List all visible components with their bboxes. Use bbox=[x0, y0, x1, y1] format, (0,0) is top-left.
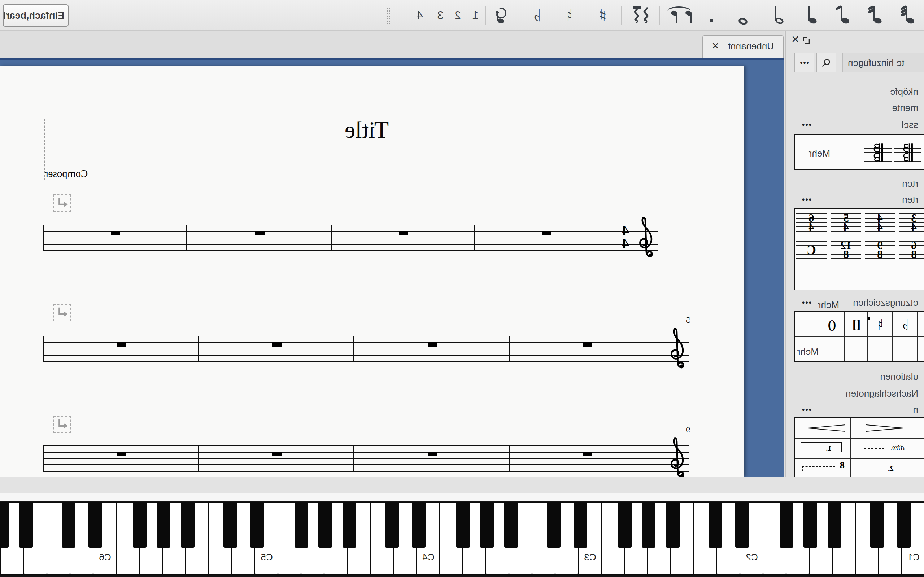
voice-2-button[interactable]: 2 bbox=[447, 4, 468, 27]
whole-rest[interactable] bbox=[583, 342, 592, 347]
whole-rest[interactable] bbox=[583, 452, 592, 456]
palette-row-key-signatures[interactable]: rten bbox=[902, 178, 918, 190]
whole-rest[interactable] bbox=[428, 342, 437, 347]
tenor-clef-icon[interactable] bbox=[873, 142, 884, 163]
black-key[interactable] bbox=[618, 502, 632, 548]
black-key[interactable] bbox=[133, 502, 147, 548]
black-key[interactable] bbox=[342, 502, 356, 548]
whole-rest[interactable] bbox=[542, 231, 551, 235]
flip-direction-icon[interactable] bbox=[492, 4, 512, 27]
palette-menu-button[interactable]: ••• bbox=[795, 53, 814, 73]
timesig-cell-5-4[interactable]: 54 bbox=[836, 213, 856, 232]
black-key[interactable] bbox=[385, 502, 399, 548]
accidental-cell-1[interactable]: ♮ bbox=[869, 315, 891, 334]
palette-row-time-signatures[interactable]: rten bbox=[902, 194, 918, 206]
score-title[interactable]: Title bbox=[44, 116, 690, 143]
black-key[interactable] bbox=[412, 502, 426, 548]
black-key[interactable] bbox=[828, 502, 842, 548]
black-key[interactable] bbox=[223, 502, 237, 548]
palette-row-lines-menu-button[interactable]: ••• bbox=[795, 405, 811, 416]
black-key[interactable] bbox=[250, 502, 264, 548]
black-key[interactable] bbox=[294, 502, 308, 548]
accidental-cell-2[interactable]: [] bbox=[846, 315, 867, 334]
tab-close-icon[interactable]: × bbox=[712, 39, 719, 53]
toolbar-drag-handle[interactable] bbox=[386, 7, 391, 24]
timesig-more-button[interactable]: Mehr bbox=[818, 299, 839, 311]
timesig-cell-12-8[interactable]: 128 bbox=[836, 241, 856, 259]
voice-1-button[interactable]: 1 bbox=[465, 4, 485, 27]
black-key[interactable] bbox=[870, 502, 884, 548]
workspace-button[interactable]: Einfach,bearbei bbox=[3, 4, 69, 27]
black-key[interactable] bbox=[157, 502, 170, 548]
note-half-icon[interactable] bbox=[765, 4, 785, 27]
timesig-cell-3-4[interactable]: 34 bbox=[904, 213, 924, 232]
accidental-cell-3[interactable]: () bbox=[821, 315, 843, 334]
seconda-volta-cell[interactable]: 2. bbox=[859, 463, 900, 471]
accidentals-more-button[interactable]: Mehr bbox=[797, 346, 819, 357]
palette-row-time-signatures-menu-button[interactable]: ••• bbox=[795, 195, 811, 206]
black-key[interactable] bbox=[803, 502, 817, 548]
clefs-more-button[interactable]: Mehr bbox=[809, 148, 830, 159]
tie-icon[interactable] bbox=[662, 4, 695, 27]
system-break-icon[interactable] bbox=[53, 416, 71, 433]
timesig-cell-4-4[interactable]: 44 bbox=[870, 213, 890, 232]
black-key[interactable] bbox=[456, 502, 470, 548]
black-key[interactable] bbox=[735, 502, 749, 548]
palette-row-clefs[interactable]: ssel bbox=[901, 119, 918, 131]
decrescendo-hairpin-cell[interactable] bbox=[807, 424, 847, 432]
black-key[interactable] bbox=[318, 502, 332, 548]
whole-rest[interactable] bbox=[272, 452, 281, 456]
palette-row-accidentals-menu-button[interactable]: ••• bbox=[795, 298, 811, 309]
natural-icon[interactable]: ♮ bbox=[559, 4, 580, 27]
whole-rest[interactable] bbox=[117, 342, 126, 347]
palette-row-grace-notes[interactable]: Nachschlagnoten bbox=[846, 388, 918, 400]
timesig-cell-6-8[interactable]: 68 bbox=[904, 241, 924, 259]
timesig-cell-6-4[interactable]: 64 bbox=[801, 213, 822, 232]
whole-rest[interactable] bbox=[428, 452, 437, 456]
black-key[interactable] bbox=[709, 502, 722, 548]
whole-rest[interactable] bbox=[117, 452, 126, 456]
whole-rest[interactable] bbox=[255, 231, 265, 235]
piano-panel-header[interactable] bbox=[0, 477, 924, 493]
augmentation-dot-icon[interactable] bbox=[702, 4, 722, 27]
black-key[interactable] bbox=[181, 502, 195, 548]
whole-rest[interactable] bbox=[272, 342, 281, 347]
treble-clef[interactable] bbox=[637, 215, 656, 261]
black-key[interactable] bbox=[547, 502, 561, 548]
black-key[interactable] bbox=[504, 502, 518, 548]
note-whole-icon[interactable] bbox=[732, 4, 753, 27]
palette-search-button[interactable] bbox=[816, 53, 836, 73]
timesig-cell-9-8[interactable]: 98 bbox=[870, 241, 890, 259]
accidental-cell-0[interactable]: ♭ bbox=[894, 315, 916, 334]
score-composer[interactable]: Composer bbox=[45, 168, 167, 180]
add-palettes-button[interactable]: te hinzufügen bbox=[842, 53, 924, 73]
voice-4-button[interactable]: 4 bbox=[410, 4, 430, 27]
black-key[interactable] bbox=[780, 502, 793, 548]
black-key[interactable] bbox=[89, 502, 102, 548]
diminuendo-line-cell[interactable]: dim. bbox=[854, 443, 905, 453]
palette-row-ornaments[interactable]: mente bbox=[892, 102, 918, 114]
black-key[interactable] bbox=[897, 502, 911, 548]
palette-row-articulations[interactable]: ulationen bbox=[880, 371, 918, 383]
palette-row-clefs-menu-button[interactable]: ••• bbox=[795, 121, 811, 131]
timesig-cell-C[interactable]: C bbox=[801, 241, 822, 259]
undock-panel-icon[interactable] bbox=[802, 36, 811, 45]
voice-3-button[interactable]: 3 bbox=[430, 4, 451, 27]
crescendo-hairpin-cell[interactable] bbox=[865, 424, 905, 432]
whole-rest[interactable] bbox=[399, 231, 408, 235]
note-16th-icon[interactable] bbox=[863, 4, 884, 27]
note-64th-icon[interactable] bbox=[921, 4, 924, 27]
ottava-line-cell[interactable]: 8 bbox=[798, 460, 845, 472]
note-32nd-icon[interactable] bbox=[896, 4, 916, 27]
palette-row-noteheads[interactable]: nköpfe bbox=[890, 86, 918, 98]
tab-unbenannt[interactable]: Unbenannt × bbox=[702, 35, 784, 58]
black-key[interactable] bbox=[62, 502, 76, 548]
black-key[interactable] bbox=[0, 502, 9, 548]
note-quarter-icon[interactable] bbox=[798, 4, 819, 27]
whole-rest[interactable] bbox=[111, 231, 120, 235]
rest-icon[interactable] bbox=[631, 4, 651, 27]
black-key[interactable] bbox=[573, 502, 587, 548]
black-key[interactable] bbox=[19, 502, 33, 548]
close-panel-icon[interactable]: × bbox=[792, 32, 799, 47]
system-break-icon[interactable] bbox=[53, 304, 71, 321]
